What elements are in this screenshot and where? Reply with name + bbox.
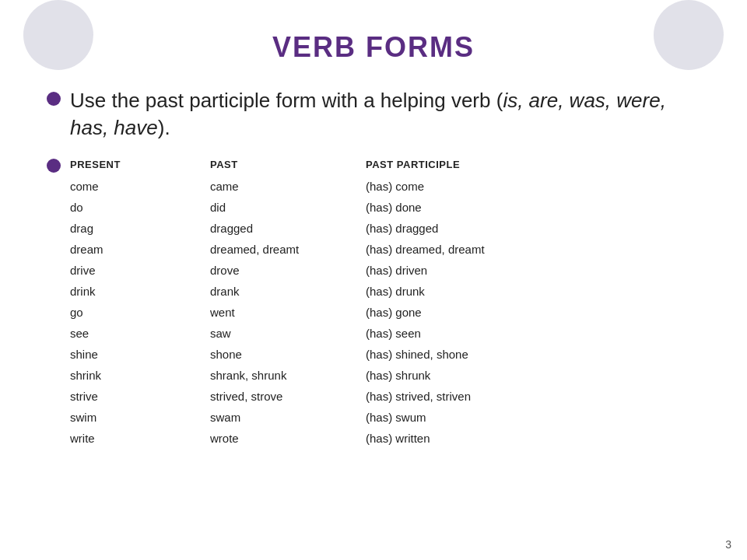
table-row-11-col-1: swam <box>210 407 366 428</box>
page-number: 3 <box>725 538 731 551</box>
table-row-3-col-2: (has) dreamed, dreamt <box>366 239 584 260</box>
verb-table-section: PRESENT PAST PAST PARTICIPLE comecame(ha… <box>47 156 700 448</box>
table-row-5-col-1: drank <box>210 281 366 302</box>
table-row-8-col-0: shine <box>70 344 210 365</box>
table-row-12-col-1: wrote <box>210 428 366 449</box>
table-row-2-col-2: (has) dragged <box>366 218 584 239</box>
table-row-7-col-1: saw <box>210 323 366 344</box>
table-row-1-col-2: (has) done <box>366 197 584 218</box>
table-row-7-col-0: see <box>70 323 210 344</box>
bullet-text-1: Use the past participle form with a help… <box>70 87 700 142</box>
header-past-participle: PAST PARTICIPLE <box>366 156 584 173</box>
table-row-2-col-1: dragged <box>210 218 366 239</box>
table-row-11-col-0: swim <box>70 407 210 428</box>
italic-verbs: is, are, was, were, has, have <box>70 89 666 139</box>
table-row-8-col-1: shone <box>210 344 366 365</box>
table-row-9-col-0: shrink <box>70 365 210 386</box>
table-row-2-col-0: drag <box>70 218 210 239</box>
table-row-6-col-0: go <box>70 302 210 323</box>
table-row-4-col-2: (has) driven <box>366 260 584 281</box>
table-row-0-col-2: (has) come <box>366 176 584 197</box>
bullet-icon-1 <box>47 92 61 106</box>
table-row-7-col-2: (has) seen <box>366 323 584 344</box>
table-row-12-col-2: (has) written <box>366 428 584 449</box>
page-title: VERB FORMS <box>47 31 700 64</box>
table-row-5-col-0: drink <box>70 281 210 302</box>
table-row-11-col-2: (has) swum <box>366 407 584 428</box>
table-row-6-col-2: (has) gone <box>366 302 584 323</box>
table-row-9-col-1: shrank, shrunk <box>210 365 366 386</box>
table-row-9-col-2: (has) shrunk <box>366 365 584 386</box>
header-past: PAST <box>210 156 366 173</box>
page-content: VERB FORMS Use the past participle form … <box>0 0 747 464</box>
table-row-0-col-1: came <box>210 176 366 197</box>
table-row-4-col-0: drive <box>70 260 210 281</box>
table-row-1-col-1: did <box>210 197 366 218</box>
table-row-10-col-1: strived, strove <box>210 386 366 407</box>
bullet-item-1: Use the past participle form with a help… <box>47 87 700 142</box>
table-row-6-col-1: went <box>210 302 366 323</box>
bullet-icon-2 <box>47 159 61 173</box>
table-row-1-col-0: do <box>70 197 210 218</box>
table-row-12-col-0: write <box>70 428 210 449</box>
table-row-4-col-1: drove <box>210 260 366 281</box>
header-present: PRESENT <box>70 156 210 173</box>
table-row-8-col-2: (has) shined, shone <box>366 344 584 365</box>
verb-table: PRESENT PAST PAST PARTICIPLE comecame(ha… <box>70 156 584 448</box>
table-row-5-col-2: (has) drunk <box>366 281 584 302</box>
table-row-0-col-0: come <box>70 176 210 197</box>
table-row-3-col-1: dreamed, dreamt <box>210 239 366 260</box>
table-row-3-col-0: dream <box>70 239 210 260</box>
table-row-10-col-0: strive <box>70 386 210 407</box>
table-row-10-col-2: (has) strived, striven <box>366 386 584 407</box>
